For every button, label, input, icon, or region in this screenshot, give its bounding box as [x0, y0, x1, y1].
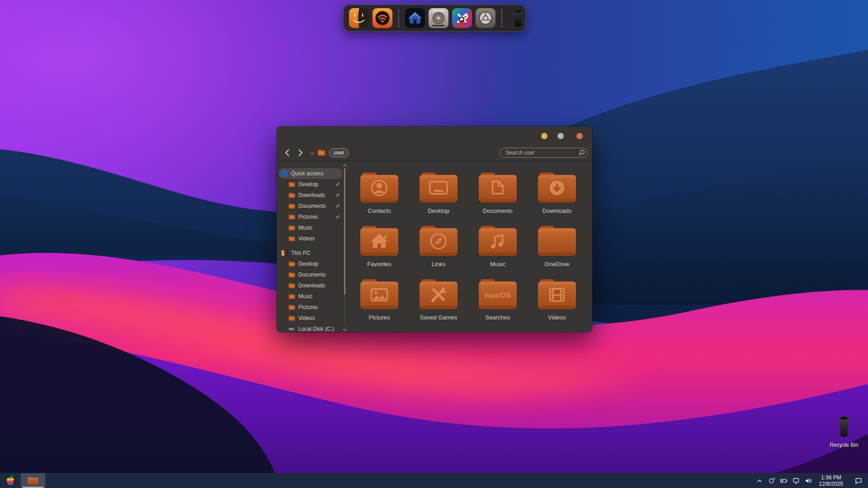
pin-icon[interactable] [335, 215, 340, 220]
battery-icon[interactable] [780, 477, 788, 485]
folder-item-saved-games[interactable]: Saved Games [414, 277, 463, 326]
folder-icon [288, 293, 295, 300]
network-icon[interactable] [792, 477, 800, 485]
sidebar-item-label: Downloads [298, 282, 325, 289]
chevron-up-icon[interactable] [755, 477, 764, 485]
finder-dock-icon[interactable] [349, 8, 369, 28]
folder-icon [288, 235, 295, 242]
recycle-bin-desktop-icon[interactable]: Recycle Bin [827, 415, 861, 448]
folder-icon [288, 282, 295, 289]
home-dock-icon[interactable] [405, 8, 425, 28]
sidebar-item-downloads[interactable]: Downloads [277, 280, 348, 291]
folder-item-searches[interactable]: macOS Searches [473, 277, 523, 326]
trash-dock-icon[interactable] [508, 8, 528, 28]
folder-item-downloads[interactable]: Downloads [532, 171, 582, 220]
folder-icon [27, 476, 39, 485]
folder-item-music[interactable]: Music [473, 224, 523, 273]
dock-separator [501, 9, 502, 27]
scroll-up-arrow-icon[interactable] [342, 162, 347, 167]
sidebar-item-local-disk-c-[interactable]: Local Disk (C:) [277, 324, 348, 332]
folder-label: Saved Games [420, 314, 457, 321]
clock-time: 1:36 PM [819, 474, 843, 481]
sidebar-item-quick-access[interactable]: Quick access [277, 168, 348, 179]
folder-label: Desktop [428, 208, 449, 214]
pin-icon[interactable] [335, 193, 340, 198]
sidebar: Quick accessDesktopDownloadsDocumentsPic… [277, 161, 348, 332]
folder-item-contacts[interactable]: Contacts [354, 171, 404, 220]
sidebar-item-videos[interactable]: Videos [277, 313, 348, 324]
quick-access-icon [281, 170, 288, 177]
folder-item-pictures[interactable]: Pictures [354, 277, 404, 326]
system-preferences-dock-icon[interactable] [476, 8, 495, 28]
forward-button[interactable] [296, 148, 306, 158]
sidebar-item-label: Pictures [298, 214, 318, 220]
start-button[interactable] [0, 473, 21, 488]
sidebar-item-label: Videos [298, 315, 315, 321]
close-button[interactable] [576, 133, 583, 139]
this-pc-icon [281, 250, 288, 256]
scroll-down-arrow-icon[interactable] [342, 326, 347, 331]
drive-icon [288, 326, 295, 332]
sidebar-item-documents[interactable]: Documents [277, 201, 348, 211]
sidebar-item-videos[interactable]: Videos [277, 233, 348, 244]
breadcrumb[interactable]: user [329, 148, 349, 157]
sidebar-item-desktop[interactable]: Desktop [277, 258, 348, 269]
folder-label: Music [490, 261, 505, 267]
folder-item-onedrive[interactable]: OneDrive [532, 224, 582, 273]
folder-label: Contacts [368, 208, 391, 214]
pin-icon[interactable] [335, 182, 340, 187]
taskbar-clock[interactable]: 1:36 PM 12/8/2025 [819, 474, 843, 487]
maximize-button[interactable] [557, 133, 564, 139]
folder-label: Pictures [369, 314, 390, 321]
sidebar-item-label: Music [298, 225, 312, 231]
folder-item-favorites[interactable]: Favorites [354, 224, 404, 273]
svg-text:macOS: macOS [485, 291, 511, 300]
folder-icon [288, 315, 295, 321]
pin-icon[interactable] [335, 204, 340, 209]
taskbar: 1:36 PM 12/8/2025 [0, 473, 868, 488]
sidebar-item-downloads[interactable]: Downloads [277, 190, 348, 201]
folder-label: Favorites [367, 261, 391, 267]
sidebar-item-pictures[interactable]: Pictures [277, 302, 348, 313]
wifi-dock-icon[interactable] [373, 8, 392, 28]
sidebar-item-pictures[interactable]: Pictures [277, 211, 348, 222]
disk-utility-dock-icon[interactable] [429, 8, 448, 28]
taskbar-item-file-explorer[interactable] [21, 473, 45, 488]
window-titlebar[interactable] [277, 127, 592, 145]
folder-item-videos[interactable]: Videos [532, 277, 582, 326]
explorer-toolbar: user [277, 145, 592, 161]
folder-icon [359, 224, 399, 258]
search-input[interactable] [500, 150, 578, 156]
sidebar-item-desktop[interactable]: Desktop [277, 179, 348, 190]
folder-icon [288, 225, 295, 231]
windows-ink-icon[interactable] [768, 477, 776, 485]
folder-icon [288, 272, 295, 278]
action-center-icon[interactable] [854, 477, 863, 485]
sidebar-item-this-pc[interactable]: This PC [277, 248, 348, 258]
folder-grid: Contacts Desktop Documents Downloads Fav… [348, 161, 592, 332]
search-icon[interactable] [578, 149, 585, 156]
recent-locations-dropdown[interactable] [309, 152, 315, 155]
scrollbar-thumb[interactable] [344, 168, 345, 295]
folder-icon [419, 224, 458, 258]
back-button[interactable] [282, 148, 292, 158]
sidebar-item-documents[interactable]: Documents [277, 269, 348, 280]
folder-icon [288, 214, 295, 220]
sidebar-item-label: Quick access [291, 170, 323, 177]
sidebar-item-label: Desktop [298, 181, 318, 188]
sidebar-item-label: Local Disk (C:) [298, 326, 334, 332]
folder-icon [478, 171, 518, 204]
dock-separator [398, 9, 399, 27]
folder-icon [288, 304, 295, 310]
folder-item-documents[interactable]: Documents [473, 171, 523, 220]
toolbox-dock-icon[interactable] [452, 8, 472, 28]
folder-item-desktop[interactable]: Desktop [414, 171, 463, 220]
sidebar-item-music[interactable]: Music [277, 222, 348, 233]
sidebar-scrollbar [342, 162, 348, 331]
volume-icon[interactable] [804, 477, 812, 485]
minimize-button[interactable] [541, 133, 547, 139]
folder-icon [288, 261, 295, 267]
folder-item-links[interactable]: Links [414, 224, 463, 273]
search-box [500, 148, 588, 158]
sidebar-item-music[interactable]: Music [277, 291, 348, 302]
